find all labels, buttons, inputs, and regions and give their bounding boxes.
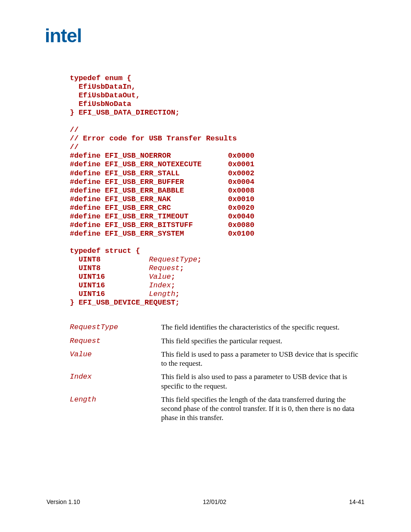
desc-row: Length This field specifies the length o… (70, 395, 364, 423)
code-line: UINT16 Length; (70, 290, 180, 298)
code-line: typedef enum { (70, 74, 131, 82)
code-line: UINT8 RequestType; (70, 255, 202, 264)
code-line: UINT16 Value; (70, 273, 175, 281)
code-line: UINT8 Request; (70, 264, 184, 272)
code-line: } EFI_USB_DEVICE_REQUEST; (70, 299, 180, 307)
code-line: // (70, 126, 78, 134)
code-block: typedef enum { EfiUsbDataIn, EfiUsbDataO… (70, 74, 364, 307)
code-line: EfiUsbDataIn, (70, 83, 136, 91)
desc-term: Value (70, 350, 161, 368)
desc-term: RequestType (70, 323, 161, 332)
desc-term: Length (70, 395, 161, 423)
desc-definition: This field is also used to pass a parame… (161, 372, 364, 391)
page-footer: Version 1.10 12/01/02 14-41 (47, 498, 364, 505)
code-line: #define EFI_USB_ERR_NOTEXECUTE 0x0001 (70, 160, 254, 168)
code-line: #define EFI_USB_NOERROR 0x0000 (70, 152, 254, 160)
footer-version: Version 1.10 (47, 498, 80, 505)
desc-term: Index (70, 372, 161, 391)
desc-definition: This field specifies the particular requ… (161, 336, 364, 345)
code-line: #define EFI_USB_ERR_NAK 0x0010 (70, 195, 254, 203)
desc-term: Request (70, 336, 161, 345)
code-line: UINT16 Index; (70, 281, 175, 289)
code-line: #define EFI_USB_ERR_BITSTUFF 0x0080 (70, 221, 254, 229)
code-line: } EFI_USB_DATA_DIRECTION; (70, 109, 180, 117)
code-line: // (70, 143, 78, 151)
code-line: EfiUsbDataOut, (70, 91, 140, 100)
code-line: #define EFI_USB_ERR_BABBLE 0x0008 (70, 187, 254, 195)
desc-row: Index This field is also used to pass a … (70, 372, 364, 391)
code-line: #define EFI_USB_ERR_TIMEOUT 0x0040 (70, 212, 254, 221)
intel-logo: intel (45, 25, 364, 47)
footer-date: 12/01/02 (203, 498, 227, 505)
code-line: #define EFI_USB_ERR_BUFFER 0x0004 (70, 178, 254, 186)
desc-row: RequestType The field identifies the cha… (70, 323, 364, 332)
description-list: RequestType The field identifies the cha… (70, 323, 364, 422)
code-line: EfiUsbNoData (70, 100, 131, 108)
code-line: // Error code for USB Transfer Results (70, 134, 237, 143)
desc-row: Value This field is used to pass a param… (70, 350, 364, 368)
desc-definition: This field is used to pass a parameter t… (161, 350, 364, 368)
desc-definition: This field specifies the length of the d… (161, 395, 364, 423)
code-line: #define EFI_USB_ERR_STALL 0x0002 (70, 169, 254, 177)
desc-definition: The field identifies the characteristics… (161, 323, 364, 332)
code-line: #define EFI_USB_ERR_CRC 0x0020 (70, 204, 254, 212)
desc-row: Request This field specifies the particu… (70, 336, 364, 345)
code-line: #define EFI_USB_ERR_SYSTEM 0x0100 (70, 230, 254, 238)
footer-page-number: 14-41 (349, 498, 364, 505)
code-line: typedef struct { (70, 247, 140, 255)
